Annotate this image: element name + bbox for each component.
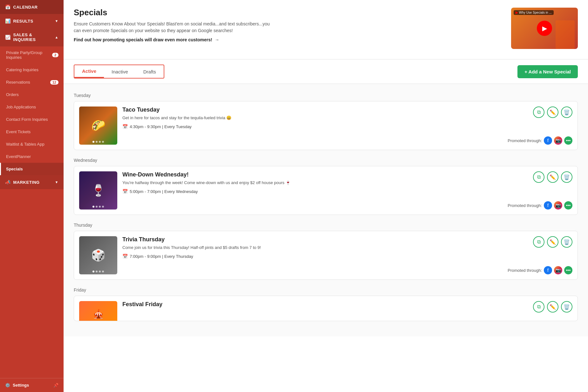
tabs-group: Active Inactive Drafts <box>74 65 164 79</box>
day-label-tuesday: Tuesday <box>74 93 578 98</box>
edit-button-taco[interactable]: ✏️ <box>547 107 558 118</box>
page-title: Specials <box>74 8 511 17</box>
special-desc-trivia: Come join us for trivia this Thursday! H… <box>122 245 503 251</box>
sidebar-item-private-party[interactable]: Private Party/Group Inquiries 2 <box>0 46 64 64</box>
sales-chevron-icon: ▲ <box>55 35 58 39</box>
sidebar-item-waitlist[interactable]: Waitlist & Tables App <box>0 138 64 150</box>
results-icon: 📊 <box>5 18 11 24</box>
day-label-wednesday: Wednesday <box>74 158 578 163</box>
facebook-promo-icon: f <box>544 136 552 145</box>
page-cta[interactable]: Find out how promoting specials will dra… <box>74 37 511 42</box>
sidebar-item-reservations[interactable]: Reservations 12 <box>0 76 64 88</box>
action-icons-festival: ⧉ ✏️ 🗑️ <box>533 301 572 313</box>
tab-active[interactable]: Active <box>74 65 104 78</box>
action-icons-trivia: ⧉ ✏️ 🗑️ <box>533 236 572 248</box>
calendar-time-icon-trivia: 📅 <box>122 254 128 259</box>
sidebar-sales-header[interactable]: 📈 SALES & INQUIRIES ▲ <box>0 28 64 46</box>
page-header: Specials Ensure Customers Know About You… <box>64 0 588 59</box>
marketing-chevron-icon: ▼ <box>55 180 58 184</box>
day-label-thursday: Thursday <box>74 223 578 228</box>
more-promo-icon: ••• <box>564 136 572 145</box>
special-right-taco: ⧉ ✏️ 🗑️ Promoted through: f 📷 ••• <box>508 107 572 145</box>
more-promo-icon-wine: ••• <box>564 201 572 210</box>
special-right-wine: ⧉ ✏️ 🗑️ Promoted through: f 📷 ••• <box>508 171 572 210</box>
edit-button-wine[interactable]: ✏️ <box>547 171 558 183</box>
edit-button-festival[interactable]: ✏️ <box>547 301 558 313</box>
cta-arrow-icon: → <box>215 37 219 42</box>
video-play-button[interactable]: ▶ <box>537 21 552 36</box>
private-party-badge: 2 <box>52 53 58 57</box>
special-card-wine-wednesday: 🍷 Wine-Down Wednesday! You're halfway th… <box>74 166 578 215</box>
special-desc-taco: Get in here for tacos and stay for the t… <box>122 115 503 121</box>
results-chevron-icon: ▼ <box>55 19 58 23</box>
sidebar-item-orders[interactable]: Orders <box>0 88 64 101</box>
sidebar-calendar[interactable]: 📅 CALENDAR <box>0 0 64 14</box>
sidebar-item-job-applications[interactable]: Job Applications <box>0 101 64 113</box>
facebook-promo-icon-wine: f <box>544 201 552 210</box>
delete-button-festival[interactable]: 🗑️ <box>561 301 572 313</box>
sidebar-results[interactable]: 📊 RESULTS ▼ <box>0 14 64 28</box>
calendar-time-icon: 📅 <box>122 124 128 129</box>
special-image-taco: 🌮 <box>79 107 117 145</box>
marketing-icon: 📣 <box>5 180 11 185</box>
instagram-promo-icon-trivia: 📷 <box>554 266 562 274</box>
sidebar-item-specials[interactable]: Specials <box>0 163 64 175</box>
delete-button-wine[interactable]: 🗑️ <box>561 171 572 183</box>
image-dots-trivia <box>92 271 104 272</box>
special-info-taco: Taco Tuesday Get in here for tacos and s… <box>122 107 503 129</box>
sidebar-item-contact-form[interactable]: Contact Form Inquiries <box>0 113 64 126</box>
special-time-taco: 📅 4:30pm - 9:30pm | Every Tuesday <box>122 124 503 129</box>
special-right-trivia: ⧉ ✏️ 🗑️ Promoted through: f 📷 ••• <box>508 236 572 274</box>
promoted-row-wine: Promoted through: f 📷 ••• <box>508 201 572 210</box>
settings-footer[interactable]: ⚙️ Settings 📌 <box>0 378 64 392</box>
page-header-left: Specials Ensure Customers Know About You… <box>74 8 511 49</box>
edit-button-trivia[interactable]: ✏️ <box>547 236 558 248</box>
special-image-festival: 🎪 <box>79 301 117 321</box>
calendar-icon: 📅 <box>5 4 11 10</box>
sales-icon: 📈 <box>5 35 11 40</box>
video-badge: ▶ Why Use Specials in ... <box>514 10 554 15</box>
delete-button-taco[interactable]: 🗑️ <box>561 107 572 118</box>
instagram-promo-icon: 📷 <box>554 136 562 145</box>
special-time-wine: 📅 5:00pm - 7:00pm | Every Wednesday <box>122 189 503 194</box>
page-subtitle: Ensure Customers Know About Your Special… <box>74 21 277 34</box>
day-label-friday: Friday <box>74 287 578 292</box>
copy-button-trivia[interactable]: ⧉ <box>533 236 544 248</box>
special-card-taco-tuesday: 🌮 Taco Tuesday Get in here for tacos and… <box>74 101 578 150</box>
special-time-trivia: 📅 7:00pm - 9:00pm | Every Thursday <box>122 254 503 259</box>
special-right-festival: ⧉ ✏️ 🗑️ <box>518 301 572 321</box>
sidebar-marketing[interactable]: 📣 MARKETING ▼ <box>0 175 64 189</box>
promoted-row-taco: Promoted through: f 📷 ••• <box>508 136 572 145</box>
special-info-trivia: Trivia Thursday Come join us for trivia … <box>122 236 503 259</box>
tab-drafts[interactable]: Drafts <box>136 66 164 78</box>
special-name-wine: Wine-Down Wednesday! <box>122 171 503 178</box>
special-card-festival-friday: 🎪 Festival Friday ⧉ ✏️ 🗑️ <box>74 296 578 321</box>
sidebar-item-event-tickets[interactable]: Event Tickets <box>0 126 64 138</box>
main-content: Specials Ensure Customers Know About You… <box>64 0 588 392</box>
special-info-wine: Wine-Down Wednesday! You're halfway thro… <box>122 171 503 194</box>
tab-inactive[interactable]: Inactive <box>104 66 136 78</box>
pin-icon: 📌 <box>53 383 58 388</box>
more-promo-icon-trivia: ••• <box>564 266 572 274</box>
image-dots-taco <box>92 141 104 143</box>
video-thumbnail[interactable]: ▶ Why Use Specials in ... ▶ <box>511 8 578 49</box>
specials-content: Tuesday 🌮 Taco Tuesday Get in here for t… <box>64 84 588 336</box>
sidebar-item-catering[interactable]: Catering Inquiries <box>0 64 64 76</box>
sidebar-item-event-planner[interactable]: EventPlanner <box>0 150 64 163</box>
special-desc-wine: You're halfway through the week! Come wi… <box>122 180 503 186</box>
action-icons-wine: ⧉ ✏️ 🗑️ <box>533 171 572 183</box>
add-special-button[interactable]: + Add a New Special <box>517 65 578 78</box>
copy-button-taco[interactable]: ⧉ <box>533 107 544 118</box>
special-name-taco: Taco Tuesday <box>122 107 503 113</box>
delete-button-trivia[interactable]: 🗑️ <box>561 236 572 248</box>
special-image-wine: 🍷 <box>79 171 117 210</box>
special-name-trivia: Trivia Thursday <box>122 236 503 243</box>
copy-button-wine[interactable]: ⧉ <box>533 171 544 183</box>
settings-icon: ⚙️ <box>5 383 10 388</box>
action-icons-taco: ⧉ ✏️ 🗑️ <box>533 107 572 118</box>
special-info-festival: Festival Friday <box>122 301 513 310</box>
image-dots-wine <box>92 206 104 208</box>
special-card-trivia-thursday: 🎲 Trivia Thursday Come join us for trivi… <box>74 231 578 280</box>
special-name-festival: Festival Friday <box>122 301 513 308</box>
copy-button-festival[interactable]: ⧉ <box>533 301 544 313</box>
